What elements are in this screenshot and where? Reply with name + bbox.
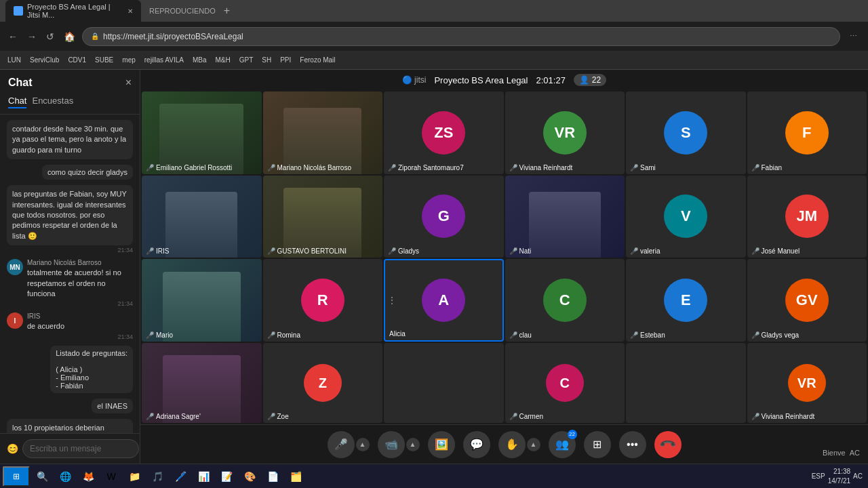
message-2: como quizo decir gladys — [42, 165, 133, 180]
microphone-button[interactable]: 🎤 — [328, 431, 355, 458]
new-tab-button[interactable]: + — [224, 5, 230, 17]
tab-encuestas[interactable]: Encuestas — [32, 94, 73, 108]
participants-icon: 👤 — [579, 75, 589, 85]
taskbar-app-notepad[interactable]: 📝 — [216, 466, 237, 487]
video-cell-zoe: Z 🎤 Zoe — [263, 343, 383, 423]
taskbar-app-firefox[interactable]: 🦊 — [77, 466, 99, 487]
bookmark-cdv1[interactable]: CDV1 — [64, 55, 90, 65]
taskbar-app-explorer[interactable]: 📁 — [123, 466, 145, 487]
taskbar-app-search[interactable]: 🔍 — [31, 466, 53, 487]
bookmark-gpt[interactable]: GPT — [236, 55, 257, 65]
video-label-gladys: 🎤 Gladys — [388, 247, 419, 255]
avatar-clau: C — [543, 279, 587, 322]
browser-chrome: Proyecto BS Area Legal | Jitsi M... ✕ RE… — [0, 0, 868, 51]
raise-hand-button[interactable]: ✋ — [498, 431, 526, 458]
taskbar-app-word[interactable]: W — [100, 466, 122, 487]
avatar-alicia: A — [422, 279, 465, 322]
taskbar-app-pdf[interactable]: 📄 — [262, 466, 283, 487]
camera-options-button[interactable]: ▲ — [406, 438, 420, 451]
participants-badge-toolbar: 22 — [568, 430, 577, 439]
emoji-icon[interactable]: 😊 — [7, 443, 18, 454]
browser-extras: ⋯ — [844, 32, 863, 41]
message-4-time: 21:34 — [27, 300, 133, 307]
taskbar-app-media[interactable]: 🎵 — [146, 466, 168, 487]
video-cell-jose-manuel: JM 🎤 José Manuel — [747, 176, 867, 258]
bookmark-ferozo[interactable]: Ferozo Mail — [296, 55, 338, 65]
taskbar-app-paint[interactable]: 🎨 — [239, 466, 260, 487]
taskbar-app-excel[interactable]: 📊 — [193, 466, 214, 487]
bookmark-serviclub[interactable]: ServiClub — [26, 55, 62, 65]
video-label-jose-manuel: 🎤 José Manuel — [751, 247, 800, 255]
video-cell-sami: S 🎤 Sami — [626, 92, 746, 174]
participants-button[interactable]: 👥 22 — [549, 431, 576, 458]
meeting-title: Proyecto BS Area Legal — [434, 75, 528, 85]
more-options-button[interactable]: ••• — [619, 431, 646, 458]
grid-view-button[interactable]: ⊞ — [584, 431, 611, 458]
active-tab[interactable]: Proyecto BS Area Legal | Jitsi M... ✕ — [5, 0, 141, 22]
message-5-row: I IRIS de acuerdo 21:34 — [7, 312, 133, 340]
bookmark-mep[interactable]: mep — [119, 55, 138, 65]
chat-close-button[interactable]: × — [125, 77, 132, 89]
taskbar-app-onenote[interactable]: 🖊️ — [170, 466, 191, 487]
meeting-time: 2:01:27 — [536, 75, 565, 85]
video-label-sami: 🎤 Sami — [630, 164, 656, 171]
main-content: Chat × Chat Encuestas contador desde hac… — [0, 70, 868, 464]
bookmark-ppi[interactable]: PPI — [277, 55, 294, 65]
chat-toggle-button[interactable]: 💬 — [463, 431, 490, 458]
back-button[interactable]: ← — [5, 28, 20, 45]
tab-title: Proyecto BS Area Legal | Jitsi M... — [27, 3, 119, 19]
message-6-container: Listado de preguntas: ( Alicia ) - Emili… — [7, 346, 133, 393]
avatar-esteban: E — [664, 279, 707, 322]
video-label-adriana: 🎤 Adriana Sagre' — [146, 413, 201, 420]
bookmark-sh[interactable]: SH — [258, 55, 275, 65]
meeting-header: 🔵 jitsi Proyecto BS Area Legal 2:01:27 👤… — [140, 70, 868, 90]
forward-button[interactable]: → — [24, 28, 39, 45]
end-call-button[interactable]: 📞 — [648, 425, 687, 464]
bookmark-mh[interactable]: M&H — [212, 55, 234, 65]
options-dots[interactable]: ⋮ — [388, 296, 396, 305]
participants-badge: 👤 22 — [574, 74, 606, 86]
tab-chat[interactable]: Chat — [8, 94, 26, 108]
chat-message-input[interactable] — [22, 439, 139, 458]
video-cell-gladys-vega: GV 🎤 Gladys vega — [747, 259, 867, 342]
bookmark-rejillas[interactable]: rejillas AVILA — [141, 55, 187, 65]
mic-options-button[interactable]: ▲ — [356, 438, 370, 451]
bookmark-mba[interactable]: MBa — [189, 55, 210, 65]
start-button[interactable]: ⊞ — [3, 466, 30, 487]
video-label-romina: 🎤 Romina — [267, 331, 300, 339]
video-cell-valeria: V 🎤 valeria — [626, 176, 746, 258]
avatar-viviana: VR — [543, 111, 587, 155]
taskbar-app-cortana[interactable]: 🌐 — [54, 466, 76, 487]
bookmark-sube[interactable]: SUBE — [92, 55, 117, 65]
message-4-text: totalmente de acuerdo! si no respetamos … — [27, 268, 133, 299]
mic-icon-18: 🎤 — [751, 331, 760, 339]
browser-nav: ← → ↺ 🏠 🔒 https://meet.jit.si/proyectoBS… — [0, 22, 868, 51]
taskbar-app-folder[interactable]: 🗂️ — [285, 466, 307, 487]
video-grid: 🎤 Emiliano Gabriel Rossotti 🎤 Mariano Ni… — [140, 90, 868, 343]
share-screen-button[interactable]: 🖼️ — [428, 431, 455, 458]
tab-close-btn[interactable]: ✕ — [127, 7, 133, 15]
refresh-button[interactable]: ↺ — [43, 28, 57, 45]
address-bar[interactable]: 🔒 https://meet.jit.si/proyectoBSAreaLega… — [82, 27, 840, 46]
camera-button[interactable]: 📹 — [378, 431, 405, 458]
bookmark-lun[interactable]: LUN — [4, 55, 24, 65]
message-6: Listado de preguntas: ( Alicia ) - Emili… — [50, 346, 133, 393]
video-cell-emiliano: 🎤 Emiliano Gabriel Rossotti — [142, 92, 262, 174]
hand-options-button[interactable]: ▲ — [527, 438, 540, 451]
home-button[interactable]: 🏠 — [61, 28, 78, 45]
video-label-gladys-vega: 🎤 Gladys vega — [751, 331, 800, 339]
chat-tabs: Chat Encuestas — [0, 89, 140, 115]
video-cell-mariano: 🎤 Mariano Nicolás Barroso — [263, 92, 383, 174]
status-ac: AC — [850, 449, 860, 457]
video-cell-empty-1 — [384, 343, 504, 423]
mic-icon-7: 🎤 — [146, 247, 154, 255]
mic-icon-22: 🎤 — [751, 413, 760, 420]
mic-icon-14: 🎤 — [267, 331, 275, 339]
meeting-toolbar: 🎤 ▲ 📹 ▲ 🖼️ 💬 ✋ ▲ 👥 22 ⊞ ••• 📞 Bienve — [140, 424, 868, 464]
video-cell-adriana: 🎤 Adriana Sagre' — [142, 343, 262, 423]
avatar-gladys-vega: GV — [785, 279, 829, 322]
mic-group: 🎤 ▲ — [328, 431, 370, 458]
video-feed-adriana — [142, 343, 262, 423]
video-feed-emiliano — [142, 92, 262, 174]
message-4-sender: Mariano Nicolás Barroso — [27, 259, 133, 266]
